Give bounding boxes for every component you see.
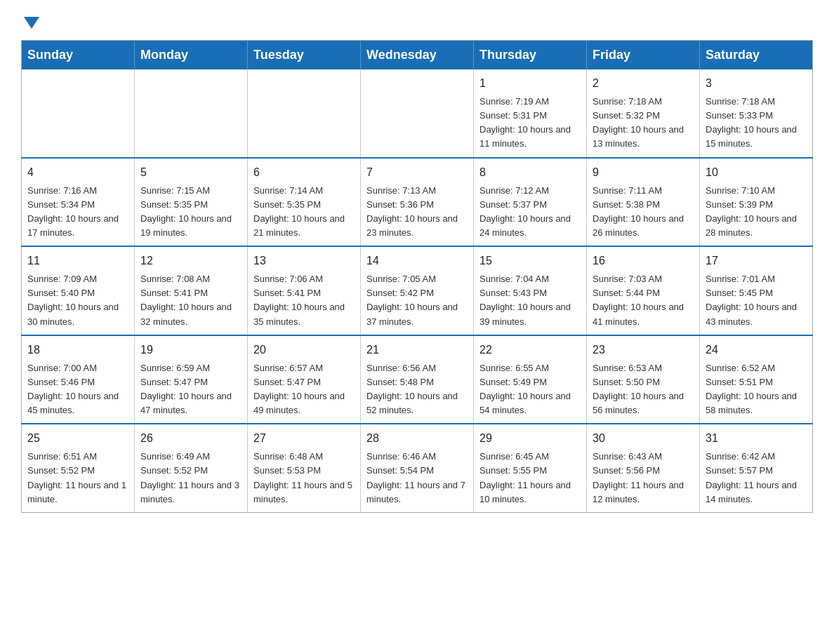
calendar-cell: 12Sunrise: 7:08 AM Sunset: 5:41 PM Dayli…	[135, 246, 248, 335]
day-number: 20	[253, 342, 355, 358]
calendar-cell: 26Sunrise: 6:49 AM Sunset: 5:52 PM Dayli…	[135, 424, 248, 512]
day-info: Sunrise: 6:56 AM Sunset: 5:48 PM Dayligh…	[366, 361, 468, 418]
day-number: 5	[140, 164, 241, 181]
day-number: 16	[593, 253, 694, 269]
calendar-cell	[135, 69, 248, 158]
day-number: 18	[27, 342, 128, 358]
day-info: Sunrise: 7:05 AM Sunset: 5:42 PM Dayligh…	[366, 272, 468, 329]
day-number: 26	[140, 430, 241, 447]
page-header	[21, 14, 813, 26]
day-number: 6	[253, 164, 355, 181]
calendar-cell: 6Sunrise: 7:14 AM Sunset: 5:35 PM Daylig…	[248, 158, 361, 247]
weekday-header-sunday: Sunday	[22, 41, 135, 70]
calendar-cell: 27Sunrise: 6:48 AM Sunset: 5:53 PM Dayli…	[248, 424, 361, 512]
day-info: Sunrise: 7:04 AM Sunset: 5:43 PM Dayligh…	[479, 272, 581, 329]
day-info: Sunrise: 7:10 AM Sunset: 5:39 PM Dayligh…	[706, 184, 807, 241]
calendar-cell	[22, 69, 135, 158]
day-number: 8	[479, 164, 581, 181]
day-number: 7	[366, 164, 468, 181]
day-info: Sunrise: 6:42 AM Sunset: 5:57 PM Dayligh…	[706, 450, 807, 507]
weekday-header-wednesday: Wednesday	[361, 41, 474, 70]
day-info: Sunrise: 7:18 AM Sunset: 5:33 PM Dayligh…	[706, 95, 807, 152]
calendar-cell: 24Sunrise: 6:52 AM Sunset: 5:51 PM Dayli…	[700, 335, 813, 424]
calendar-cell: 30Sunrise: 6:43 AM Sunset: 5:56 PM Dayli…	[587, 424, 700, 512]
day-number: 2	[593, 75, 694, 92]
day-info: Sunrise: 7:06 AM Sunset: 5:41 PM Dayligh…	[253, 272, 355, 329]
calendar-header-row: SundayMondayTuesdayWednesdayThursdayFrid…	[22, 41, 813, 70]
day-number: 13	[253, 253, 355, 269]
calendar-table: SundayMondayTuesdayWednesdayThursdayFrid…	[21, 40, 813, 513]
day-number: 27	[253, 430, 355, 447]
calendar-cell: 14Sunrise: 7:05 AM Sunset: 5:42 PM Dayli…	[361, 246, 474, 335]
day-number: 28	[366, 430, 468, 447]
calendar-week-1: 1Sunrise: 7:19 AM Sunset: 5:31 PM Daylig…	[22, 69, 813, 158]
calendar-cell: 10Sunrise: 7:10 AM Sunset: 5:39 PM Dayli…	[700, 158, 813, 247]
day-info: Sunrise: 6:51 AM Sunset: 5:52 PM Dayligh…	[27, 450, 128, 507]
calendar-cell: 16Sunrise: 7:03 AM Sunset: 5:44 PM Dayli…	[587, 246, 700, 335]
day-info: Sunrise: 6:49 AM Sunset: 5:52 PM Dayligh…	[140, 450, 241, 507]
weekday-header-tuesday: Tuesday	[248, 41, 361, 70]
weekday-header-saturday: Saturday	[700, 41, 813, 70]
calendar-cell: 21Sunrise: 6:56 AM Sunset: 5:48 PM Dayli…	[361, 335, 474, 424]
calendar-cell: 7Sunrise: 7:13 AM Sunset: 5:36 PM Daylig…	[361, 158, 474, 247]
calendar-week-5: 25Sunrise: 6:51 AM Sunset: 5:52 PM Dayli…	[22, 424, 813, 512]
calendar-cell: 19Sunrise: 6:59 AM Sunset: 5:47 PM Dayli…	[135, 335, 248, 424]
day-info: Sunrise: 7:19 AM Sunset: 5:31 PM Dayligh…	[479, 95, 581, 152]
day-info: Sunrise: 7:01 AM Sunset: 5:45 PM Dayligh…	[706, 272, 807, 329]
day-info: Sunrise: 6:48 AM Sunset: 5:53 PM Dayligh…	[253, 450, 355, 507]
day-number: 29	[479, 430, 581, 447]
calendar-cell: 22Sunrise: 6:55 AM Sunset: 5:49 PM Dayli…	[474, 335, 587, 424]
calendar-cell: 11Sunrise: 7:09 AM Sunset: 5:40 PM Dayli…	[22, 246, 135, 335]
day-info: Sunrise: 6:46 AM Sunset: 5:54 PM Dayligh…	[366, 450, 468, 507]
calendar-cell: 4Sunrise: 7:16 AM Sunset: 5:34 PM Daylig…	[22, 158, 135, 247]
day-info: Sunrise: 7:00 AM Sunset: 5:46 PM Dayligh…	[27, 361, 128, 418]
day-info: Sunrise: 6:57 AM Sunset: 5:47 PM Dayligh…	[253, 361, 355, 418]
day-number: 21	[366, 342, 468, 358]
day-info: Sunrise: 7:03 AM Sunset: 5:44 PM Dayligh…	[593, 272, 694, 329]
calendar-week-2: 4Sunrise: 7:16 AM Sunset: 5:34 PM Daylig…	[22, 158, 813, 247]
calendar-cell: 28Sunrise: 6:46 AM Sunset: 5:54 PM Dayli…	[361, 424, 474, 512]
day-number: 17	[706, 253, 807, 269]
calendar-week-3: 11Sunrise: 7:09 AM Sunset: 5:40 PM Dayli…	[22, 246, 813, 335]
weekday-header-friday: Friday	[587, 41, 700, 70]
day-number: 19	[140, 342, 241, 358]
day-info: Sunrise: 6:45 AM Sunset: 5:55 PM Dayligh…	[479, 450, 581, 507]
day-number: 24	[706, 342, 807, 358]
calendar-cell: 1Sunrise: 7:19 AM Sunset: 5:31 PM Daylig…	[474, 69, 587, 158]
day-number: 11	[27, 253, 128, 269]
day-number: 1	[479, 75, 581, 92]
day-number: 31	[706, 430, 807, 447]
calendar-cell: 8Sunrise: 7:12 AM Sunset: 5:37 PM Daylig…	[474, 158, 587, 247]
calendar-cell: 17Sunrise: 7:01 AM Sunset: 5:45 PM Dayli…	[700, 246, 813, 335]
calendar-cell: 18Sunrise: 7:00 AM Sunset: 5:46 PM Dayli…	[22, 335, 135, 424]
calendar-cell: 15Sunrise: 7:04 AM Sunset: 5:43 PM Dayli…	[474, 246, 587, 335]
logo-arrow-icon	[24, 17, 39, 29]
day-number: 25	[27, 430, 128, 447]
day-number: 23	[593, 342, 694, 358]
day-number: 15	[479, 253, 581, 269]
calendar-cell: 5Sunrise: 7:15 AM Sunset: 5:35 PM Daylig…	[135, 158, 248, 247]
day-number: 30	[593, 430, 694, 447]
day-info: Sunrise: 7:14 AM Sunset: 5:35 PM Dayligh…	[253, 184, 355, 241]
day-number: 22	[479, 342, 581, 358]
calendar-cell: 3Sunrise: 7:18 AM Sunset: 5:33 PM Daylig…	[700, 69, 813, 158]
calendar-cell: 13Sunrise: 7:06 AM Sunset: 5:41 PM Dayli…	[248, 246, 361, 335]
calendar-cell: 25Sunrise: 6:51 AM Sunset: 5:52 PM Dayli…	[22, 424, 135, 512]
calendar-cell: 23Sunrise: 6:53 AM Sunset: 5:50 PM Dayli…	[587, 335, 700, 424]
day-number: 4	[27, 164, 128, 181]
calendar-cell: 2Sunrise: 7:18 AM Sunset: 5:32 PM Daylig…	[587, 69, 700, 158]
calendar-cell: 20Sunrise: 6:57 AM Sunset: 5:47 PM Dayli…	[248, 335, 361, 424]
weekday-header-thursday: Thursday	[474, 41, 587, 70]
weekday-header-monday: Monday	[135, 41, 248, 70]
calendar-cell: 29Sunrise: 6:45 AM Sunset: 5:55 PM Dayli…	[474, 424, 587, 512]
day-number: 10	[706, 164, 807, 181]
day-number: 3	[706, 75, 807, 92]
day-info: Sunrise: 6:53 AM Sunset: 5:50 PM Dayligh…	[593, 361, 694, 418]
day-number: 9	[593, 164, 694, 181]
day-info: Sunrise: 7:15 AM Sunset: 5:35 PM Dayligh…	[140, 184, 241, 241]
calendar-cell	[361, 69, 474, 158]
day-number: 12	[140, 253, 241, 269]
calendar-cell: 31Sunrise: 6:42 AM Sunset: 5:57 PM Dayli…	[700, 424, 813, 512]
day-info: Sunrise: 6:55 AM Sunset: 5:49 PM Dayligh…	[479, 361, 581, 418]
logo	[21, 14, 39, 26]
